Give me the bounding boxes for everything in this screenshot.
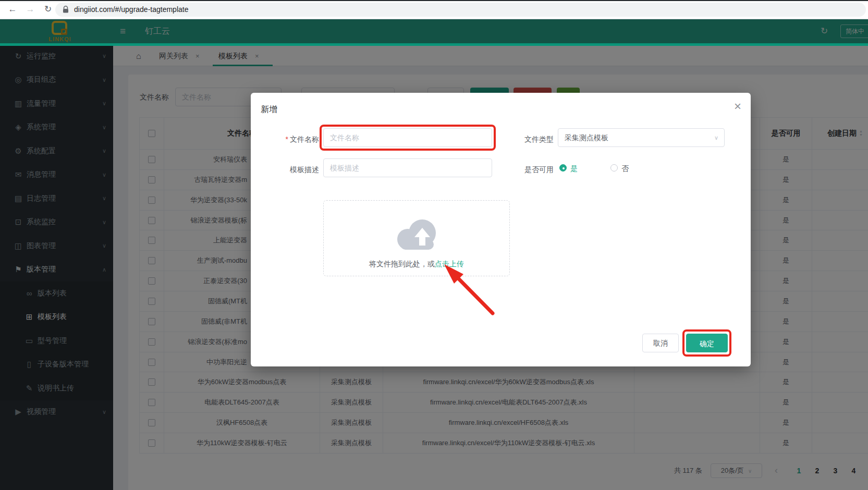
- browser-back-icon[interactable]: ←: [6, 3, 19, 16]
- browser-reload-icon[interactable]: ↻: [42, 3, 54, 16]
- available-label: 是否可用: [486, 164, 554, 175]
- upload-dropzone[interactable]: 将文件拖到此处，或点击上传: [323, 200, 510, 276]
- window-edge: [0, 0, 868, 1]
- confirm-button[interactable]: 确定: [686, 334, 728, 352]
- cancel-button[interactable]: 取消: [642, 334, 679, 352]
- lock-icon: [63, 6, 69, 16]
- file-type-label: 文件类型: [486, 134, 554, 144]
- url-text[interactable]: dingiiot.com/#/upgrade-tagtemplate: [74, 3, 188, 17]
- browser-forward-icon[interactable]: →: [24, 3, 36, 16]
- address-bar[interactable]: dingiiot.com/#/upgrade-tagtemplate: [55, 3, 866, 17]
- screen: ← → ↻ dingiiot.com/#/upgrade-tagtemplate…: [0, 0, 868, 490]
- required-mark: *: [286, 135, 288, 143]
- close-icon[interactable]: ×: [734, 100, 741, 113]
- file-name-label: *文件名称: [251, 134, 319, 144]
- add-dialog: 新增 × *文件名称 文件名称 文件类型 采集测点模板 ∨ 模板描述 模板描述 …: [251, 93, 751, 366]
- chevron-down-icon: ∨: [714, 129, 718, 146]
- description-label: 模板描述: [251, 164, 319, 175]
- available-no-label[interactable]: 否: [621, 164, 629, 173]
- dialog-title: 新增: [261, 104, 277, 115]
- upload-cloud-icon: [394, 217, 439, 251]
- description-input[interactable]: 模板描述: [323, 158, 492, 177]
- browser-toolbar: ← → ↻ dingiiot.com/#/upgrade-tagtemplate: [0, 0, 868, 19]
- upload-text: 将文件拖到此处，或: [369, 260, 435, 268]
- available-no-radio[interactable]: [610, 164, 618, 172]
- available-yes-radio[interactable]: [559, 164, 567, 172]
- file-name-input[interactable]: 文件名称: [323, 128, 492, 147]
- file-type-select[interactable]: 采集测点模板 ∨: [558, 128, 725, 147]
- available-yes-label[interactable]: 是: [570, 164, 578, 173]
- progress-line: [0, 43, 868, 46]
- upload-link[interactable]: 点击上传: [435, 260, 464, 268]
